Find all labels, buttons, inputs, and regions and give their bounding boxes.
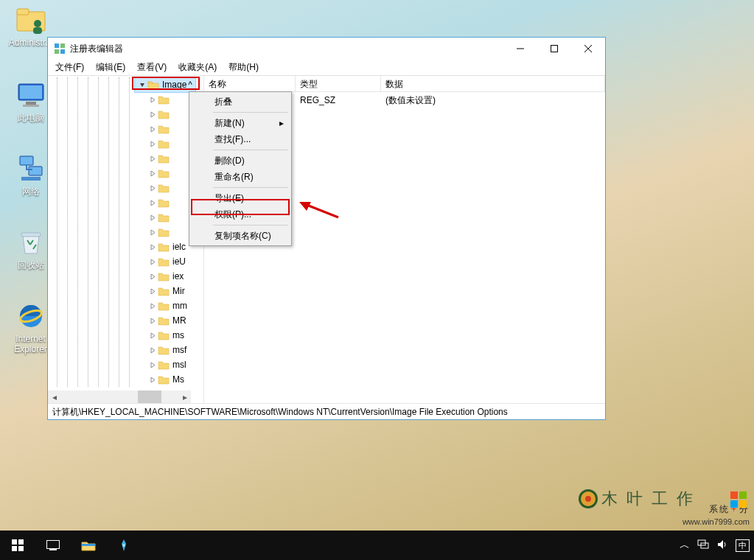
tree-item[interactable]: MR bbox=[148, 313, 195, 328]
ctx-rename[interactable]: 重命名(R) bbox=[191, 169, 290, 185]
svg-rect-6 bbox=[26, 102, 36, 105]
tree-item[interactable]: msf bbox=[148, 343, 195, 357]
minimize-button[interactable] bbox=[503, 38, 537, 60]
menu-file[interactable]: 文件(F) bbox=[49, 60, 90, 75]
svg-rect-14 bbox=[55, 43, 59, 48]
folder-icon bbox=[158, 139, 170, 149]
maximize-button[interactable] bbox=[537, 38, 571, 60]
scroll-left-button[interactable]: ◂ bbox=[48, 391, 60, 403]
tree-item[interactable]: ms bbox=[148, 328, 195, 343]
expander-closed-icon[interactable] bbox=[148, 316, 157, 325]
svg-rect-28 bbox=[730, 500, 738, 508]
titlebar[interactable]: 注册表编辑器 bbox=[48, 38, 605, 60]
tree-horizontal-scrollbar[interactable]: ◂ ▸ bbox=[48, 391, 191, 403]
tray-chevron-up-icon[interactable]: ︿ bbox=[680, 539, 690, 552]
menu-edit[interactable]: 编辑(E) bbox=[90, 60, 131, 75]
expander-closed-icon[interactable] bbox=[148, 301, 157, 310]
expander-closed-icon[interactable] bbox=[148, 228, 157, 237]
network-icon bbox=[15, 153, 46, 184]
submenu-arrow-icon: ▸ bbox=[279, 118, 284, 128]
start-button[interactable] bbox=[0, 531, 35, 560]
svg-rect-32 bbox=[12, 546, 17, 551]
tree-item[interactable]: msl bbox=[148, 357, 195, 372]
expander-closed-icon[interactable] bbox=[148, 198, 157, 207]
expander-closed-icon[interactable] bbox=[148, 360, 157, 369]
svg-rect-27 bbox=[739, 491, 747, 499]
tree-item-selected[interactable]: Image ^ bbox=[135, 77, 195, 92]
expander-closed-icon[interactable] bbox=[148, 110, 157, 119]
tree-item[interactable]: Ms bbox=[148, 372, 195, 387]
expander-closed-icon[interactable] bbox=[148, 375, 157, 384]
ctx-copy-key-name[interactable]: 复制项名称(C) bbox=[191, 228, 290, 244]
task-view-button[interactable] bbox=[35, 531, 71, 560]
tree-item[interactable]: Mir bbox=[148, 284, 195, 298]
expander-closed-icon[interactable] bbox=[148, 139, 157, 148]
taskbar-app[interactable] bbox=[106, 531, 142, 560]
window-title: 注册表编辑器 bbox=[70, 43, 503, 55]
user-folder-icon bbox=[15, 4, 46, 35]
close-button[interactable] bbox=[571, 38, 605, 60]
folder-icon bbox=[158, 360, 170, 370]
ctx-new[interactable]: 新建(N)▸ bbox=[191, 115, 290, 131]
expander-closed-icon[interactable] bbox=[148, 257, 157, 266]
expander-closed-icon[interactable] bbox=[148, 95, 157, 104]
column-header-type[interactable]: 类型 bbox=[296, 76, 381, 91]
recycle-bin-icon bbox=[15, 227, 46, 258]
folder-icon bbox=[158, 374, 170, 385]
scroll-right-button[interactable]: ▸ bbox=[178, 391, 191, 403]
expander-closed-icon[interactable] bbox=[148, 242, 157, 251]
expander-closed-icon[interactable] bbox=[148, 169, 157, 178]
ctx-delete[interactable]: 删除(D) bbox=[191, 153, 290, 169]
expander-closed-icon[interactable] bbox=[148, 331, 157, 340]
folder-icon bbox=[158, 256, 170, 267]
tray-volume-icon[interactable] bbox=[716, 539, 728, 552]
column-header-data[interactable]: 数据 bbox=[381, 76, 605, 91]
ie-icon bbox=[15, 301, 46, 332]
registry-editor-window: 注册表编辑器 文件(F) 编辑(E) 查看(V) 收藏夹(A) 帮助(H) bbox=[47, 37, 606, 420]
tree-item-label: msl bbox=[172, 360, 186, 370]
tree-item-label: Mir bbox=[172, 286, 185, 296]
svg-rect-35 bbox=[49, 549, 57, 550]
folder-icon bbox=[158, 94, 170, 105]
tray-ime-icon[interactable]: 中 bbox=[736, 539, 750, 552]
context-menu-separator bbox=[213, 225, 288, 225]
expander-closed-icon[interactable] bbox=[148, 213, 157, 222]
svg-rect-5 bbox=[20, 85, 42, 99]
menubar: 文件(F) 编辑(E) 查看(V) 收藏夹(A) 帮助(H) bbox=[48, 60, 605, 76]
tree-item[interactable]: iex bbox=[148, 269, 195, 284]
expander-closed-icon[interactable] bbox=[148, 183, 157, 192]
svg-rect-9 bbox=[29, 167, 42, 175]
menu-favorites[interactable]: 收藏夹(A) bbox=[172, 60, 223, 75]
ctx-permissions[interactable]: 权限(P)... bbox=[191, 206, 290, 223]
column-header-name[interactable]: 名称 bbox=[204, 76, 296, 91]
folder-icon bbox=[158, 153, 170, 164]
scroll-thumb[interactable] bbox=[138, 391, 161, 403]
tray-network-icon[interactable] bbox=[697, 539, 709, 552]
tree-item-label: mm bbox=[172, 301, 187, 311]
folder-icon bbox=[158, 124, 170, 134]
registry-tree-pane[interactable]: Image ^ ielcieUiexMirmmMRmsmsfmslMs ◂ ▸ bbox=[48, 76, 204, 403]
scroll-track[interactable] bbox=[60, 391, 178, 403]
menu-view[interactable]: 查看(V) bbox=[131, 60, 172, 75]
expander-closed-icon[interactable] bbox=[148, 287, 157, 295]
watermark: 系统+分 www.win7999.com bbox=[683, 494, 750, 526]
tree-item[interactable]: ieU bbox=[148, 254, 195, 269]
menu-help[interactable]: 帮助(H) bbox=[223, 60, 265, 75]
ctx-find[interactable]: 查找(F)... bbox=[191, 131, 290, 147]
svg-rect-30 bbox=[12, 539, 17, 545]
expander-closed-icon[interactable] bbox=[148, 154, 157, 163]
tree-item-label: iex bbox=[172, 271, 184, 281]
folder-icon bbox=[158, 271, 170, 281]
svg-rect-15 bbox=[60, 43, 65, 48]
ctx-export[interactable]: 导出(E) bbox=[191, 190, 290, 206]
taskbar-file-explorer[interactable] bbox=[71, 531, 106, 560]
system-tray[interactable]: ︿ 中 bbox=[675, 531, 754, 560]
ctx-collapse[interactable]: 折叠 bbox=[191, 94, 290, 110]
svg-rect-26 bbox=[730, 491, 738, 499]
expander-closed-icon[interactable] bbox=[148, 125, 157, 133]
expander-closed-icon[interactable] bbox=[148, 272, 157, 281]
expander-closed-icon[interactable] bbox=[148, 346, 157, 354]
tree-item[interactable]: mm bbox=[148, 298, 195, 313]
truncation-indicator: ^ bbox=[188, 80, 192, 90]
expander-open-icon[interactable] bbox=[138, 80, 147, 89]
